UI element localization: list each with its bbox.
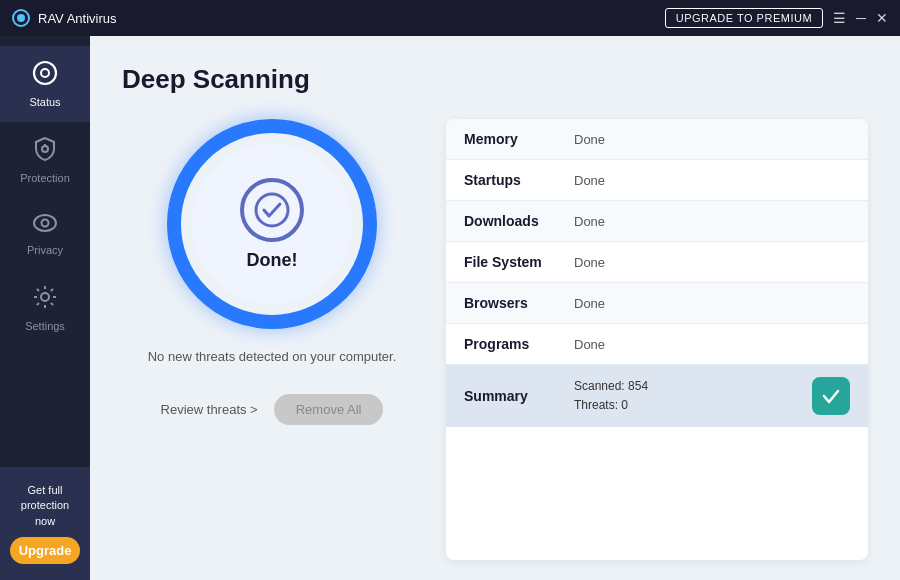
scan-circle-outer [167,119,377,329]
scan-item-status: Done [574,255,605,270]
summary-stats: Scanned: 854 Threats: 0 [574,377,812,415]
scan-item-status: Done [574,337,605,352]
scanned-count: Scanned: 854 [574,377,812,396]
sidebar: Status Protection Privacy [0,36,90,580]
get-full-protection-text: Get full protection now [10,483,80,529]
svg-point-6 [41,293,49,301]
privacy-icon [32,212,58,238]
content-area: Deep Scanning Done! [90,36,900,580]
sidebar-item-status-label: Status [29,96,60,108]
summary-check-icon [812,377,850,415]
scan-item-name: Memory [464,131,574,147]
threats-count: Threats: 0 [574,396,812,415]
summary-row: Summary Scanned: 854 Threats: 0 [446,365,868,427]
scan-item-name: Startups [464,172,574,188]
titlebar-right: UPGRADE TO PREMIUM ☰ ─ ✕ [665,8,888,28]
sidebar-item-settings-label: Settings [25,320,65,332]
main-row: Done! No new threats detected on your co… [122,119,868,560]
app-body: Status Protection Privacy [0,36,900,580]
review-threats-link[interactable]: Review threats > [161,402,258,417]
scan-results-panel: Memory Done Startups Done Downloads Done… [446,119,868,560]
page-title: Deep Scanning [122,64,868,95]
window-controls: ☰ ─ ✕ [833,10,888,26]
sidebar-item-privacy[interactable]: Privacy [0,198,90,270]
scan-circle: Done! [167,119,377,329]
scan-item: Downloads Done [446,201,868,242]
settings-icon [32,284,58,314]
action-row: Review threats > Remove All [161,394,384,425]
status-icon [32,60,58,90]
titlebar-left: RAV Antivirus [12,9,117,27]
app-name: RAV Antivirus [38,11,117,26]
scan-item-status: Done [574,214,605,229]
sidebar-item-status[interactable]: Status [0,46,90,122]
minimize-button[interactable]: ─ [856,10,866,26]
scan-item-status: Done [574,132,605,147]
menu-icon[interactable]: ☰ [833,10,846,26]
remove-all-button[interactable]: Remove All [274,394,384,425]
svg-point-0 [34,62,56,84]
sidebar-bottom: Get full protection now Upgrade [0,467,90,580]
left-panel: Done! No new threats detected on your co… [122,119,422,560]
summary-label: Summary [464,388,574,404]
scan-item-status: Done [574,296,605,311]
scan-item: File System Done [446,242,868,283]
svg-point-4 [34,215,56,231]
sidebar-item-protection-label: Protection [20,172,70,184]
svg-point-2 [42,146,48,152]
titlebar: RAV Antivirus UPGRADE TO PREMIUM ☰ ─ ✕ [0,0,900,36]
scan-item-name: File System [464,254,574,270]
scan-item-name: Downloads [464,213,574,229]
scan-item: Programs Done [446,324,868,365]
scan-item-name: Browsers [464,295,574,311]
scan-item-name: Programs [464,336,574,352]
scan-item: Startups Done [446,160,868,201]
svg-point-5 [42,220,49,227]
scan-item: Memory Done [446,119,868,160]
scan-items-list: Memory Done Startups Done Downloads Done… [446,119,868,365]
sidebar-item-privacy-label: Privacy [27,244,63,256]
sidebar-item-protection[interactable]: Protection [0,122,90,198]
close-button[interactable]: ✕ [876,10,888,26]
no-threats-text: No new threats detected on your computer… [148,349,397,364]
upgrade-premium-button[interactable]: UPGRADE TO PREMIUM [665,8,823,28]
scan-item-status: Done [574,173,605,188]
svg-point-1 [41,69,49,77]
protection-icon [33,136,57,166]
sidebar-item-settings[interactable]: Settings [0,270,90,346]
upgrade-button[interactable]: Upgrade [10,537,80,564]
scan-item: Browsers Done [446,283,868,324]
rav-logo-icon [12,9,30,27]
